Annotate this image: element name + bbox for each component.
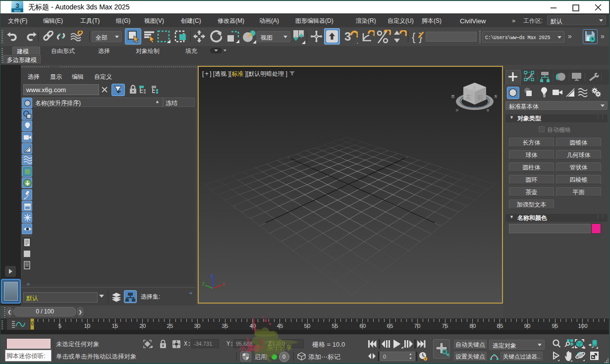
svg-text:70: 70: [414, 323, 421, 329]
svg-text:95: 95: [552, 323, 558, 329]
svg-text:60: 60: [360, 323, 366, 329]
svg-text:小刀吧!?: 小刀吧!?: [238, 345, 263, 352]
svg-text:75: 75: [442, 323, 448, 329]
svg-text:上: 上: [471, 85, 477, 91]
svg-text:东: 东: [494, 95, 498, 98]
svg-text:15: 15: [112, 323, 118, 329]
svg-text:3: 3: [344, 30, 351, 43]
svg-text:5: 5: [58, 323, 61, 329]
svg-text:乐于分享: 乐于分享: [267, 344, 292, 351]
svg-text:左: 左: [465, 94, 472, 101]
svg-text:MAX: MAX: [14, 9, 20, 12]
svg-text:\ii: \ii: [487, 108, 489, 112]
svg-text:前: 前: [477, 94, 483, 101]
svg-text:100: 100: [578, 323, 587, 329]
svg-text:90: 90: [524, 323, 531, 329]
svg-text:x: x: [222, 281, 225, 287]
svg-text:西: 西: [451, 95, 455, 98]
svg-text:85: 85: [497, 323, 503, 329]
svg-text:80: 80: [470, 323, 476, 329]
svg-text:20: 20: [140, 323, 146, 329]
svg-text:65: 65: [387, 323, 393, 329]
svg-text:3: 3: [15, 2, 19, 9]
svg-text:25: 25: [167, 323, 173, 329]
svg-text:10: 10: [84, 323, 91, 329]
svg-text:i//: i//: [456, 108, 458, 112]
svg-text:35: 35: [222, 323, 228, 329]
svg-text:y: y: [202, 280, 205, 286]
svg-text:{: {: [412, 31, 415, 43]
svg-text:30: 30: [194, 323, 201, 329]
